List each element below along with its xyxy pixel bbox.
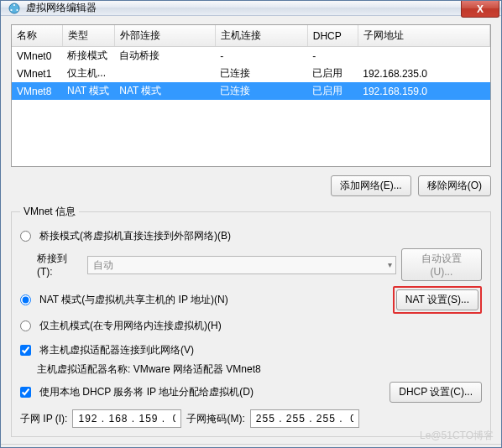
add-network-button[interactable]: 添加网络(E)... — [331, 175, 411, 196]
close-icon: X — [477, 3, 484, 15]
cell: VMnet8 — [12, 82, 62, 100]
table-row-selected[interactable]: VMnet8 NAT 模式 NAT 模式 已连接 已启用 192.168.159… — [12, 82, 490, 100]
svg-point-3 — [16, 8, 18, 10]
subnet-ip-label: 子网 IP (I): — [20, 412, 67, 426]
cell: 192.168.235.0 — [358, 65, 489, 82]
cell — [114, 65, 215, 82]
bottom-bar: 恢复默认设置(R) 确定 取消 应用(A) 帮助 — [1, 444, 501, 448]
col-dhcp[interactable]: DHCP — [307, 25, 358, 47]
cell: 已连接 — [215, 65, 307, 82]
table-row[interactable]: VMnet0 桥接模式 自动桥接 - - — [12, 47, 490, 65]
svg-point-1 — [13, 3, 15, 5]
cell: NAT 模式 — [62, 82, 114, 100]
hostonly-row: 仅主机模式(在专用网络内连接虚拟机)(H) — [20, 319, 482, 333]
bridge-label: 桥接模式(将虚拟机直接连接到外部网络)(B) — [39, 229, 231, 243]
table-header-row: 名称 类型 外部连接 主机连接 DHCP 子网地址 — [12, 25, 490, 47]
cell: 已连接 — [215, 82, 307, 100]
cell: - — [307, 47, 358, 65]
bridge-row: 桥接模式(将虚拟机直接连接到外部网络)(B) — [20, 229, 482, 243]
nat-radio[interactable] — [20, 294, 31, 305]
titlebar[interactable]: 虚拟网络编辑器 X — [1, 1, 501, 16]
adapter-name-text: 主机虚拟适配器名称: VMware 网络适配器 VMnet8 — [37, 362, 261, 377]
adapter-name-row: 主机虚拟适配器名称: VMware 网络适配器 VMnet8 — [20, 362, 482, 377]
nat-highlight: NAT 设置(S)... — [393, 286, 482, 314]
cell: - — [215, 47, 307, 65]
dhcp-label: 使用本地 DHCP 服务将 IP 地址分配给虚拟机(D) — [39, 385, 254, 399]
cell: 仅主机... — [62, 65, 114, 82]
cell: VMnet0 — [12, 47, 62, 65]
subnet-mask-input[interactable] — [250, 409, 359, 428]
col-host[interactable]: 主机连接 — [215, 25, 307, 47]
table-row[interactable]: VMnet1 仅主机... 已连接 已启用 192.168.235.0 — [12, 65, 490, 82]
bridge-to-value: 自动 — [93, 259, 113, 271]
hostonly-radio[interactable] — [20, 320, 31, 331]
connect-host-checkbox[interactable] — [20, 345, 31, 356]
cell: 已启用 — [307, 82, 358, 100]
cell: VMnet1 — [12, 65, 62, 82]
close-button[interactable]: X — [461, 1, 499, 18]
dhcp-row: 使用本地 DHCP 服务将 IP 地址分配给虚拟机(D) DHCP 设置(C).… — [20, 382, 482, 403]
bridge-to-row: 桥接到(T): 自动 自动设置(U)... — [20, 248, 482, 281]
connect-host-row: 将主机虚拟适配器连接到此网络(V) — [20, 343, 482, 357]
col-ext[interactable]: 外部连接 — [114, 25, 215, 47]
nat-label: NAT 模式(与虚拟机共享主机的 IP 地址)(N) — [39, 293, 228, 307]
window-title: 虚拟网络编辑器 — [26, 1, 97, 15]
subnet-row: 子网 IP (I): 子网掩码(M): — [20, 409, 482, 428]
auto-settings-button: 自动设置(U)... — [401, 248, 482, 281]
app-icon — [8, 2, 21, 15]
col-subnet[interactable]: 子网地址 — [358, 25, 489, 47]
cell: NAT 模式 — [114, 82, 215, 100]
cell: 已启用 — [307, 65, 358, 82]
dhcp-settings-button[interactable]: DHCP 设置(C)... — [390, 382, 482, 403]
nat-row: NAT 模式(与虚拟机共享主机的 IP 地址)(N) NAT 设置(S)... — [20, 286, 482, 314]
connect-host-label: 将主机虚拟适配器连接到此网络(V) — [39, 343, 194, 357]
vmnet-info-group: VMnet 信息 桥接模式(将虚拟机直接连接到外部网络)(B) 桥接到(T): … — [11, 205, 491, 437]
cell: 桥接模式 — [62, 47, 114, 65]
content-area: 名称 类型 外部连接 主机连接 DHCP 子网地址 VMnet0 桥接模式 自动… — [1, 16, 501, 444]
subnet-mask-label: 子网掩码(M): — [186, 412, 244, 426]
table-buttons: 添加网络(E)... 移除网络(O) — [11, 175, 491, 196]
cell: 192.168.159.0 — [358, 82, 489, 100]
bridge-to-select[interactable]: 自动 — [87, 256, 396, 274]
cell — [358, 47, 489, 65]
bridge-radio[interactable] — [20, 231, 31, 242]
col-type[interactable]: 类型 — [62, 25, 114, 47]
bridge-to-label: 桥接到(T): — [37, 252, 82, 278]
network-table[interactable]: 名称 类型 外部连接 主机连接 DHCP 子网地址 VMnet0 桥接模式 自动… — [11, 24, 491, 167]
col-name[interactable]: 名称 — [12, 25, 62, 47]
vmnet-info-legend: VMnet 信息 — [20, 205, 79, 219]
cell: 自动桥接 — [114, 47, 215, 65]
remove-network-button[interactable]: 移除网络(O) — [418, 175, 491, 196]
svg-point-2 — [10, 8, 12, 10]
nat-settings-button[interactable]: NAT 设置(S)... — [396, 289, 478, 310]
subnet-ip-input[interactable] — [72, 409, 181, 428]
hostonly-label: 仅主机模式(在专用网络内连接虚拟机)(H) — [39, 319, 222, 333]
dialog-window: 虚拟网络编辑器 X 名称 类型 外部连接 主机连接 DHCP 子网地址 — [0, 0, 502, 448]
dhcp-checkbox[interactable] — [20, 387, 31, 398]
